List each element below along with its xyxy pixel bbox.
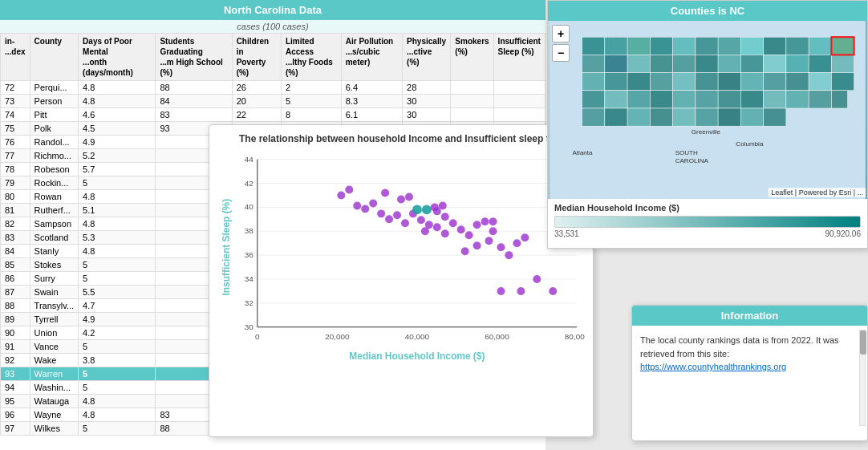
svg-rect-85 [718,55,740,72]
svg-rect-94 [650,73,672,91]
info-panel: Information The local county rankings da… [631,305,868,441]
svg-point-52 [369,199,377,207]
col-header-smokers: Smokers(%) [451,34,493,81]
table-cell: 5.1 [79,204,156,217]
svg-rect-93 [627,73,650,91]
col-header-county: County [30,34,79,81]
svg-rect-97 [718,73,740,91]
table-cell: 5.2 [79,149,156,163]
table-cell: Richmo... [30,149,79,163]
svg-text:40: 40 [245,202,254,211]
map-body: + − [548,21,867,199]
svg-point-42 [385,215,393,223]
legend-title: Median Household Income ($) [554,203,861,213]
table-cell: Wayne [30,408,79,422]
svg-point-58 [431,203,439,211]
table-row[interactable]: 74Pitt4.6832286.130 [1,108,546,122]
svg-rect-104 [605,91,627,108]
table-cell: 90 [1,326,30,340]
svg-point-31 [513,239,521,247]
col-header-air: Air Pollution...s/cubic meter) [341,34,402,81]
svg-rect-101 [809,73,831,91]
svg-point-63 [489,217,497,225]
table-cell: 8.3 [341,95,402,108]
svg-text:34: 34 [245,274,254,283]
table-cell: Tyrrell [30,313,79,326]
svg-rect-92 [605,73,627,91]
table-row[interactable]: 73Person4.8842058.330 [1,95,546,108]
svg-text:60,000: 60,000 [485,332,509,341]
scrollbar[interactable] [859,330,866,426]
svg-point-50 [353,201,361,209]
table-cell: 88 [1,299,30,313]
legend-max: 90,920.06 [825,229,862,238]
table-cell: 5.3 [79,231,156,245]
table-cell: 96 [1,408,30,422]
table-cell: 76 [1,136,30,149]
svg-text:42: 42 [245,179,254,188]
svg-point-25 [533,275,541,283]
nc-map-svg: Greenville Columbia SOUTH CAROLINA Atlan… [548,21,867,199]
table-cell: Pitt [30,108,79,122]
table-title: North Carolina Data [0,0,546,20]
table-cell: 5.7 [79,163,156,176]
svg-text:38: 38 [245,226,254,235]
table-cell: Stokes [30,258,79,272]
table-cell: 30 [403,95,451,108]
table-row[interactable]: 72Perqui...4.8882626.428 [1,81,546,95]
table-cell: 81 [1,204,30,217]
svg-rect-72 [696,37,718,55]
table-cell: Stanly [30,245,79,258]
svg-rect-98 [740,73,763,91]
svg-rect-110 [740,91,763,108]
table-cell: Perqui... [30,81,79,95]
table-cell: 4.2 [79,326,156,340]
svg-text:Insufficient Sleep (%): Insufficient Sleep (%) [221,199,232,296]
table-cell [451,95,493,108]
table-cell: 87 [1,286,30,299]
svg-point-34 [433,223,441,231]
table-cell [451,81,493,95]
zoom-in-button[interactable]: + [552,25,570,43]
svg-point-43 [393,211,401,219]
table-cell: 5.5 [79,286,156,299]
table-cell: 83 [1,231,30,245]
svg-point-27 [473,241,481,249]
svg-rect-122 [740,108,763,126]
map-panel: Counties is NC + − [547,0,868,249]
col-header-food: Limited Access...lthy Foods (%) [281,34,341,81]
table-cell: 94 [1,381,30,395]
zoom-out-button[interactable]: − [552,44,570,62]
svg-point-59 [439,201,447,209]
svg-rect-74 [740,37,763,55]
table-cell: 73 [1,95,30,108]
info-link[interactable]: https://www.countyhealthrankings.org [640,362,786,371]
legend-labels: 33,531 90,920.06 [554,229,861,238]
svg-rect-108 [696,91,718,108]
table-cell: 89 [1,313,30,326]
svg-point-28 [485,237,493,245]
table-cell: 74 [1,108,30,122]
table-cell: Rutherf... [30,204,79,217]
svg-text:Atlanta: Atlanta [572,149,593,156]
table-cell: 4.7 [79,299,156,313]
table-cell: Washin... [30,381,79,395]
svg-text:40,000: 40,000 [405,332,430,341]
svg-point-61 [405,193,413,201]
svg-rect-118 [650,108,672,126]
svg-rect-100 [786,73,809,91]
svg-point-56 [412,205,422,214]
table-cell: 4.5 [79,122,156,136]
table-cell: 86 [1,272,30,286]
table-cell: Scotland [30,231,79,245]
col-header-students: Students Graduating...m High School (%) [156,34,232,81]
svg-rect-77 [809,37,831,55]
svg-rect-79 [582,55,605,72]
legend-bar [554,216,861,228]
table-cell: 3.8 [79,354,156,367]
svg-text:Columbia: Columbia [736,140,764,148]
table-cell [451,108,493,122]
svg-point-51 [361,205,369,213]
svg-rect-90 [831,55,854,72]
svg-rect-89 [809,55,831,72]
